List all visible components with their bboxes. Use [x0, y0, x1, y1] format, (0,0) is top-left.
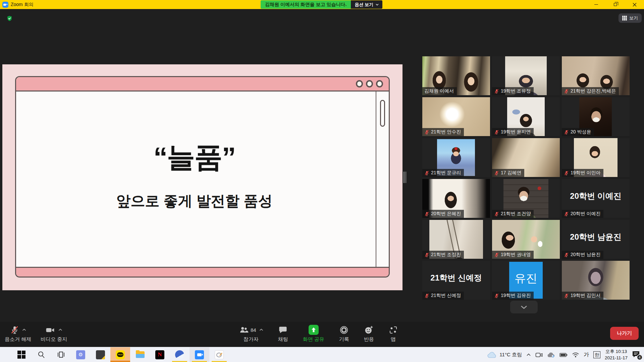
slide-subtitle: 앞으로 좋게 발전할 품성 [16, 191, 373, 211]
view-layout-button[interactable]: 보기 [619, 13, 642, 23]
participant-name: 21학번 조정진 [431, 252, 461, 258]
participant-tile[interactable]: 20 박성윤 [562, 97, 630, 136]
share-screen-icon [309, 325, 319, 335]
muted-mic-icon [424, 130, 429, 135]
record-button[interactable]: 기록 [339, 324, 349, 343]
slide-content: “늘품” 앞으로 좋게 발전할 품성 [16, 92, 389, 267]
close-button[interactable] [625, 0, 644, 9]
participant-tile[interactable]: 19학번 권내영 [492, 220, 560, 259]
security-shield-icon[interactable] [7, 15, 12, 21]
taskbar-app-zoom[interactable] [190, 347, 209, 362]
participant-tile[interactable]: 21학번 신예정21학번 신예정 [422, 261, 490, 300]
close-icon [633, 3, 637, 7]
tray-date: 2021-11-17 [605, 355, 628, 361]
netflix-icon: N [155, 350, 164, 359]
participant-tile[interactable]: 유진19학번 김유진 [492, 261, 560, 300]
battery-icon[interactable] [559, 353, 568, 357]
reactions-button[interactable]: 반응 [364, 324, 374, 343]
notification-center-button[interactable]: 4 [632, 351, 642, 359]
task-view-icon [57, 351, 65, 359]
participant-name: 19학번 조유정 [501, 88, 531, 94]
korean-ime-indicator[interactable]: 한 [593, 351, 600, 358]
chevron-up-icon[interactable] [58, 328, 62, 331]
participant-tile[interactable]: 17 김혜연 [492, 138, 560, 177]
tray-chevron-up-icon[interactable] [526, 353, 531, 356]
shared-screen: “늘품” 앞으로 좋게 발전할 품성 [2, 64, 402, 290]
ime-mode-indicator[interactable]: 가 [584, 351, 589, 358]
unmute-button[interactable]: 음소거 해제 [5, 324, 31, 343]
taskbar-app-whale[interactable] [170, 347, 190, 362]
weather-text: 11°C 흐림 [499, 352, 522, 358]
participant-tile[interactable]: 21학번 조정진 [422, 220, 490, 259]
taskbar-app-settings[interactable]: ⚙ [71, 347, 91, 362]
participant-tile[interactable]: 김채원 이예서 [422, 56, 490, 95]
participant-tile[interactable]: 21학번 문규리 [422, 138, 490, 177]
participant-display-name: 21학번 신예정 [422, 261, 490, 295]
participant-tile[interactable]: 19학번 조유정 [492, 56, 560, 95]
participants-button[interactable]: 84 참가자 [239, 324, 263, 343]
participant-name-label: 21학번 조건양 [492, 210, 534, 218]
participant-name-label: 19학번 김민서 [562, 292, 603, 300]
participants-count: 84 [251, 327, 256, 333]
participant-tile[interactable]: 21학번 조건양 [492, 179, 560, 218]
kakaotalk-bubble: TALK [117, 352, 123, 357]
chevron-up-icon[interactable] [259, 328, 263, 331]
restore-button[interactable] [606, 0, 625, 9]
stop-video-button[interactable]: 비디오 중지 [41, 324, 67, 343]
participant-tile[interactable]: 21학번 강은진,박세은 [562, 56, 630, 95]
participant-tile[interactable]: 20학번 은혜진 [422, 179, 490, 218]
decorative-circle [376, 80, 383, 87]
muted-mic-icon [494, 293, 499, 298]
panel-splitter-handle[interactable] [404, 172, 406, 183]
scroll-participants-down-button[interactable] [510, 301, 538, 313]
participant-name-label: 19학번 이민아 [562, 169, 603, 177]
apps-icon [389, 325, 398, 335]
onedrive-cloud-icon[interactable] [547, 352, 555, 358]
window-titlebar: Zoom 회의 김채원 이예서의 화면을 보고 있습니다. 옵션 보기 [0, 0, 644, 9]
taskbar-app-explorer[interactable] [130, 347, 150, 362]
muted-mic-icon [564, 252, 569, 257]
paint-app-icon [215, 350, 224, 359]
chevron-down-icon [376, 4, 379, 6]
wifi-icon[interactable] [572, 352, 579, 358]
participant-name: 21학번 강은진,박세은 [571, 88, 616, 94]
participant-tile[interactable]: 19학번 윤지연 [492, 97, 560, 136]
participants-icon [239, 325, 249, 334]
share-screen-button[interactable]: 화면 공유 [303, 324, 324, 343]
weather-cloud-icon [487, 352, 497, 358]
meet-now-icon[interactable] [535, 352, 543, 358]
participant-name-label: 21학번 안수진 [422, 128, 464, 136]
muted-mic-icon [10, 325, 19, 335]
taskbar-app-paint[interactable] [209, 347, 229, 362]
search-button[interactable] [31, 347, 51, 362]
muted-mic-icon [424, 293, 429, 298]
task-view-button[interactable] [51, 347, 71, 362]
start-button[interactable] [11, 347, 31, 362]
taskbar-clock[interactable]: 오후 10:13 2021-11-17 [605, 349, 628, 361]
participant-tile[interactable]: 19학번 이민아 [562, 138, 630, 177]
participant-tile[interactable]: 21학번 안수진 [422, 97, 490, 136]
participant-name: 김채원 이예서 [424, 88, 454, 94]
muted-mic-icon [564, 171, 569, 176]
taskbar-app-netflix[interactable]: N [150, 347, 170, 362]
participant-name-label: 17 김혜연 [492, 169, 524, 177]
muted-mic-icon [564, 293, 569, 298]
view-options-button[interactable]: 옵션 보기 [351, 0, 382, 9]
muted-mic-icon [564, 212, 569, 217]
chevron-up-icon[interactable] [22, 328, 26, 331]
participant-display-name: 20학번 이예진 [562, 179, 630, 213]
participant-tile[interactable]: 20학번 이예진20학번 이예진 [562, 179, 630, 218]
meeting-stage: 보기 “늘품” 앞으로 좋게 발전할 품성 김채원 이예서19학번 조유정21학… [0, 9, 644, 322]
leave-meeting-button[interactable]: 나가기 [610, 327, 639, 340]
taskbar-app-notes[interactable] [91, 347, 110, 362]
slide-frame-footer [16, 267, 389, 277]
weather-widget[interactable]: 11°C 흐림 [487, 352, 522, 358]
taskbar-app-kakaotalk[interactable]: TALK [110, 347, 130, 362]
participant-name: 20학번 남윤진 [571, 252, 600, 258]
chat-button[interactable]: 채팅 [278, 324, 288, 343]
participant-tile[interactable]: 19학번 김민서 [562, 261, 630, 300]
participant-tile[interactable]: 20학번 남윤진20학번 남윤진 [562, 220, 630, 259]
participant-name-label: 20학번 이예진 [562, 210, 603, 218]
apps-button[interactable]: 앱 [389, 324, 398, 343]
minimize-button[interactable] [587, 0, 606, 9]
